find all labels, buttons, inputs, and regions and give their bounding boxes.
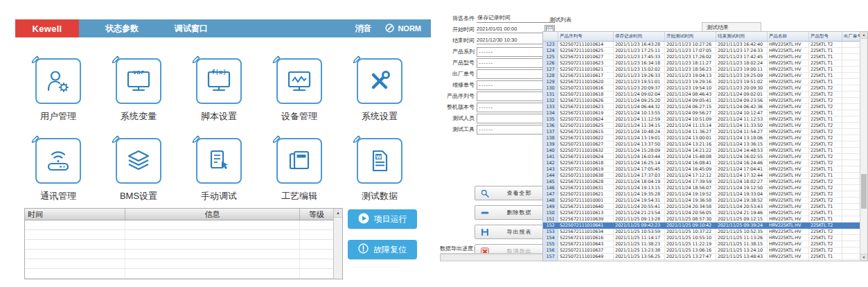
grid-row[interactable]: 130S2250721110106162021/11/23 20:09:3720… [543, 85, 861, 92]
grid-row[interactable]: 154S2256721110106162021/11/25 11:14:1720… [543, 235, 861, 241]
fault-reset-button[interactable]: 故障复位 [348, 240, 417, 259]
grid-cell: 2021/11/25 11:22:19 [665, 241, 716, 247]
message-log-cell [300, 240, 333, 249]
message-log-row [25, 259, 333, 269]
grid-cell: 2021/11/24 11:12:59 [614, 116, 665, 122]
grid-cell: 154 [543, 235, 558, 241]
pencil-icon [353, 55, 362, 64]
grid-row[interactable]: 139S2250721110106272021/11/24 13:37:5020… [543, 141, 861, 148]
filter-condition-value[interactable]: 保存记录时间 [477, 14, 555, 23]
grid-row[interactable]: 131S2250721110106182021/11/24 09:02:0420… [543, 92, 861, 98]
grid-row[interactable]: 157S2250721110106492021/11/25 13:56:2520… [543, 254, 861, 260]
grid-cell: HRV225KTL-HV [768, 210, 809, 216]
grid-row[interactable]: 140S2250721110106322021/11/24 15:28:0920… [543, 148, 861, 154]
message-log-col-header: 时间 [25, 209, 125, 220]
grid-cell: S225672111010640 [558, 204, 614, 209]
grid-cell: S225672111010620 [558, 79, 614, 85]
grid-cell: 2021/11/23 16:43:28 [614, 42, 665, 47]
grid-scrollbar[interactable]: ▲ ▼ [860, 32, 867, 261]
tile-doc-w[interactable]: W测试数据 [339, 138, 420, 202]
grid-cell: 2021/11/23 17:42:45 [716, 54, 768, 60]
message-log-cell [125, 250, 300, 259]
grid-row[interactable]: 152S2250721110106412021/11/25 09:42:2320… [543, 223, 861, 229]
grid-cell [842, 116, 861, 122]
grid-row[interactable]: 126S2250721110106232021/11/23 16:34:1820… [543, 60, 861, 67]
grid-row[interactable]: 143S2250721110106192021/11/24 17:05:4520… [543, 166, 861, 173]
grid-cell: 2021/11/24 16:08:41 [665, 160, 716, 166]
grid-row[interactable]: 155S2256721110106432021/11/25 11:38:2320… [543, 241, 861, 247]
grid-row[interactable]: 141S2256721110106242021/11/24 16:03:4420… [543, 154, 861, 160]
filter-field-6: 产品序列号▼ [439, 92, 555, 101]
grid-row[interactable]: 142S2256721110106182021/11/24 16:25:1420… [543, 160, 861, 166]
tile-tools[interactable]: 系统设置 [339, 58, 420, 123]
grid-cell: 225KTL T2 [809, 85, 842, 91]
mute-button[interactable]: 消音 [355, 23, 371, 35]
grid-cell: HRV225KTL HV [768, 198, 809, 203]
date-value[interactable]: 2021/01/01 00:00 [477, 26, 543, 33]
grid-row[interactable]: 137S2256721110106152021/11/24 10:48:2420… [543, 129, 861, 135]
tile-router[interactable]: 通讯管理 [18, 138, 98, 202]
grid-row[interactable]: 136S2250721110106252021/11/24 11:34:1520… [543, 123, 861, 129]
grid-cell: 2021/11/24 11:34:15 [614, 123, 665, 128]
scroll-down-icon[interactable]: ▼ [860, 254, 867, 261]
grid-row[interactable]: 134S2256721110106192021/11/24 10:13:5520… [543, 110, 861, 116]
grid-row[interactable]: 127S2250721110106212021/11/23 15:02:0220… [543, 67, 861, 73]
grid-row[interactable]: 125S2256721110106272021/11/23 17:45:3320… [543, 54, 861, 60]
message-log-cell [25, 220, 125, 229]
grid-row[interactable]: 132S2256721110106262021/11/24 09:25:2020… [543, 98, 861, 104]
grid-cell [842, 204, 861, 209]
grid-row[interactable]: 147S2250721110106212021/11/24 19:35:2820… [543, 191, 861, 198]
grid-cell: 225KTL T2 [809, 179, 842, 184]
grid-row[interactable]: 144S2250721110106382021/11/24 17:37:0320… [543, 173, 861, 179]
grid-cell: S225672111010627 [558, 54, 614, 60]
nav-tabs: 状态参数调试窗口 [105, 19, 208, 37]
tile-monitor-wave[interactable]: 设备管理 [259, 58, 339, 123]
tile-layers[interactable]: BMS设置 [98, 138, 179, 202]
tile-monitor-fx[interactable]: f(x)脚本设置 [179, 58, 259, 123]
date-value[interactable]: 2021/12/30 10:30 [477, 37, 543, 44]
scroll-up-icon[interactable]: ▲ [334, 209, 342, 218]
grid-row[interactable]: 158S2256721110106452021/11/25 14:51:3220… [543, 260, 861, 261]
router-icon [46, 149, 71, 173]
grid-cell [842, 160, 861, 166]
grid-cell: 2021/11/24 20:34:58 [665, 204, 716, 209]
grid-cell [842, 185, 861, 191]
grid-row[interactable]: 124S2256721110106252021/11/23 17:25:1120… [543, 48, 861, 54]
grid-row[interactable]: 149S2256721110106402021/11/24 20:55:4120… [543, 204, 861, 210]
scroll-up-icon[interactable]: ▲ [860, 32, 867, 39]
message-log-scrollbar[interactable]: ▲ [333, 209, 342, 279]
grid-cell [842, 198, 861, 203]
grid-row[interactable]: 156S2250721110106372021/11/25 13:23:3820… [543, 247, 861, 254]
grid-row[interactable]: 150S2256721110106132021/11/24 21:23:5420… [543, 210, 861, 216]
pencil-icon [272, 134, 281, 144]
grid-row[interactable]: 153S2256721110106342021/11/25 10:53:5920… [543, 229, 861, 235]
grid-cell: 137 [543, 129, 558, 134]
grid-row[interactable]: 148S2250721110100012021/11/24 19:54:3120… [543, 198, 861, 204]
grid-row[interactable]: 123S2250721110106142021/11/23 16:43:2820… [543, 42, 861, 48]
nav-tab-2[interactable]: 调试窗口 [175, 23, 208, 35]
grid-cell: 2021/11/24 11:36:27 [665, 129, 716, 134]
grid-row[interactable]: 133S2256721110106232021/11/24 06:44:3220… [543, 104, 861, 110]
project-run-button[interactable]: 项目运行 [348, 209, 417, 229]
grid-cell: 2021/11/25 14:26:47 [665, 260, 716, 261]
grid-cell: 225KTL T2 [809, 141, 842, 147]
tile-user-gear[interactable]: 用户管理 [18, 58, 98, 123]
grid-row[interactable]: 135S2250721110106242021/11/24 11:12:5920… [543, 116, 861, 123]
grid-cell [842, 48, 861, 53]
grid-row[interactable]: 145S2256721110106282021/11/24 18:04:1920… [543, 179, 861, 185]
pencil-icon [192, 55, 201, 64]
tile-folder-doc[interactable]: 工艺编辑 [259, 138, 339, 202]
grid-cell: S225672111010617 [558, 73, 614, 78]
grid-row[interactable]: 128S2256721110106172021/11/23 19:26:3320… [543, 73, 861, 79]
tile-doc-hand[interactable]: 手动调试 [179, 138, 259, 202]
scrollbar-thumb[interactable] [861, 174, 867, 209]
grid-cell: 2021/11/25 14:51:32 [614, 260, 665, 261]
tile-monitor-var[interactable]: var系统变量 [98, 58, 179, 123]
message-log-row [25, 269, 333, 279]
grid-cell [842, 123, 861, 128]
grid-row[interactable]: 146S2256721110106312021/11/24 19:13:1520… [543, 185, 861, 191]
nav-tab-1[interactable]: 状态参数 [105, 23, 139, 35]
grid-row[interactable]: 151S2256721110106392021/11/25 09:13:2820… [543, 216, 861, 223]
grid-row[interactable]: 129S2256721110106202021/11/23 19:51:0120… [543, 79, 861, 85]
grid-row[interactable]: 138S2256721110106222021/11/24 13:19:0120… [543, 135, 861, 141]
